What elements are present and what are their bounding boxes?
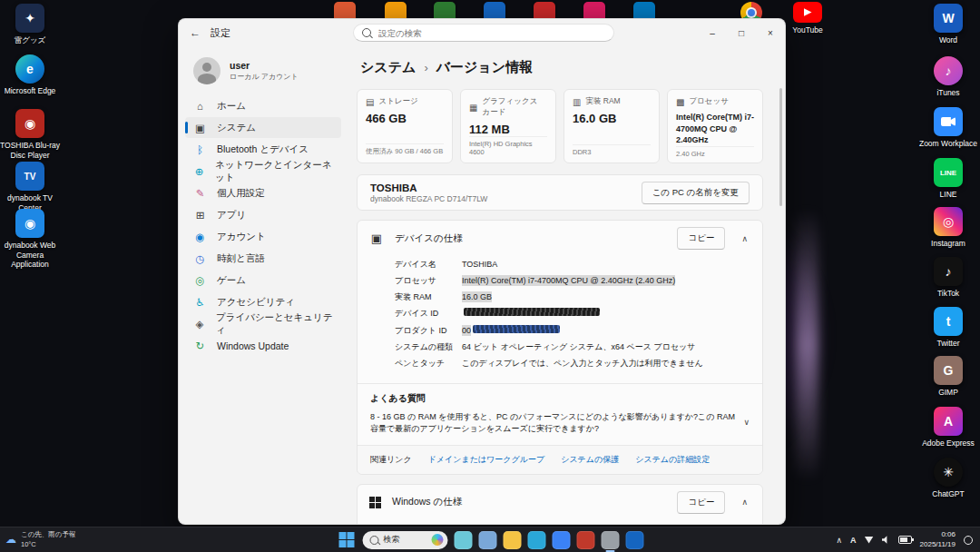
ime-indicator[interactable]: A [850, 536, 857, 545]
zoom-camera-glyph [941, 117, 956, 126]
maximize-icon: □ [739, 28, 744, 38]
link-advanced-system-settings[interactable]: システムの詳細設定 [635, 454, 710, 466]
sidebar-item-apps[interactable]: ⊞アプリ [185, 204, 341, 225]
taskbar-search[interactable]: 検索 [363, 531, 448, 549]
chevron-up-icon[interactable]: ∧ [738, 234, 751, 243]
device-specs-rows: デバイス名TOSHIBA プロセッサIntel(R) Core(TM) i7-4… [358, 256, 762, 383]
sidebar-item-label: ゲーム [217, 274, 246, 287]
start-button[interactable] [337, 530, 357, 550]
storage-icon: ▤ [366, 97, 374, 107]
sidebar-item-bluetooth-devices[interactable]: ᛒBluetooth とデバイス [185, 139, 341, 160]
device-specs-icon: ▣ [368, 232, 385, 245]
maximize-button[interactable]: □ [727, 19, 756, 46]
settings-search-box[interactable] [353, 24, 614, 42]
icon-glyph: TV [24, 172, 36, 182]
system-tray: ∧ A 0:06 2025/11/19 [836, 530, 973, 549]
desktop-icon-camera-app[interactable]: ◉ dynabook Web Camera Application [0, 209, 60, 270]
link-domain-workgroup[interactable]: ドメインまたはワークグループ [428, 454, 545, 466]
taskbar-copilot-icon[interactable] [455, 531, 473, 549]
related-links-label: 関連リンク [370, 454, 412, 466]
sidebar-item-gaming[interactable]: ◎ゲーム [185, 270, 341, 291]
notification-bell-icon[interactable] [964, 536, 973, 545]
sidebar-item-network-internet[interactable]: ⊕ネットワークとインターネット [185, 161, 341, 182]
spec-value: Intel(R) Core(TM) i7-4700MQ CPU @ 2.40GH… [462, 275, 675, 286]
desktop-icon-gimp[interactable]: G GIMP [918, 356, 978, 398]
desktop-icon-chatgpt[interactable]: ✳ ChatGPT [918, 458, 978, 499]
minimize-button[interactable]: – [698, 19, 727, 46]
desktop-icon-tv-center[interactable]: TV dynabook TV Center [0, 162, 60, 212]
breadcrumb-system[interactable]: システム [360, 59, 416, 76]
spec-label: 実装 RAM [395, 291, 462, 302]
link-system-protection[interactable]: システムの保護 [561, 454, 619, 466]
content-scrollbar[interactable] [779, 88, 782, 206]
wifi-icon[interactable] [865, 537, 874, 544]
sidebar-item-time-language[interactable]: ◷時刻と言語 [185, 248, 341, 269]
sidebar-item-privacy-security[interactable]: ◈プライバシーとセキュリティ [185, 313, 341, 334]
titlebar[interactable]: ← 設定 – □ × [179, 19, 785, 46]
desktop-icon-label: LINE [918, 190, 978, 200]
sidebar-item-accounts[interactable]: ◉アカウント [185, 226, 341, 247]
spec-label: デバイス名 [395, 259, 462, 270]
taskbar-weather-widget[interactable]: ☁ この先、雨の予報 10°C [5, 530, 76, 548]
spec-label: エディション [395, 523, 462, 524]
avatar [193, 57, 220, 84]
close-icon: × [768, 28, 773, 38]
card-subtext: 使用済み 90 GB / 466 GB [366, 143, 444, 156]
sidebar-item-windows-update[interactable]: ↻Windows Update [185, 335, 341, 356]
taskbar-task-view-icon[interactable] [479, 531, 497, 549]
desktop-icon-goods[interactable]: ✦ 雷グッズ [0, 4, 60, 45]
desktop-icon-itunes[interactable]: ♪ iTunes [918, 56, 978, 98]
desktop-icon-tiktok[interactable]: ♪ TikTok [918, 257, 978, 299]
desktop-icon-twitter[interactable]: t Twitter [918, 307, 978, 349]
spec-label: システムの種類 [395, 341, 462, 352]
battery-icon[interactable] [898, 536, 912, 544]
tray-expand-icon[interactable]: ∧ [836, 536, 842, 545]
back-button[interactable]: ← [183, 21, 207, 44]
desktop-icon-instagram[interactable]: ◎ Instagram [918, 207, 978, 249]
desktop-icon-line[interactable]: LINE LINE [918, 158, 978, 200]
sidebar-item-personalization[interactable]: ✎個人用設定 [185, 182, 341, 203]
window-title: 設定 [211, 26, 230, 40]
desktop-icon-bluray[interactable]: ◉ TOSHIBA Blu-ray Disc Player [0, 109, 60, 160]
device-specs-header[interactable]: ▣ デバイスの仕様 コピー ∧ [358, 221, 762, 256]
copy-button[interactable]: コピー [677, 491, 725, 514]
settings-search-input[interactable] [377, 27, 605, 39]
desktop-icon-youtube[interactable]: YouTube [779, 2, 837, 35]
icon-glyph: ✦ [24, 11, 35, 25]
home-icon: ⌂ [193, 101, 207, 112]
close-button[interactable]: × [756, 19, 785, 46]
taskbar-bluray-icon[interactable] [577, 531, 595, 549]
card-title: 実装 RAM [585, 96, 620, 107]
spec-row: プロセッサIntel(R) Core(TM) i7-4700MQ CPU @ 2… [395, 275, 751, 286]
desktop-icon-word[interactable]: W Word [918, 4, 978, 45]
account-type: ローカル アカウント [230, 72, 299, 82]
minimize-icon: – [710, 28, 715, 38]
search-icon [362, 28, 371, 37]
copy-button[interactable]: コピー [677, 227, 725, 250]
chevron-up-icon[interactable]: ∧ [738, 498, 751, 507]
account-summary[interactable]: user ローカル アカウント [179, 50, 348, 95]
sidebar-item-accessibility[interactable]: ♿アクセシビリティ [185, 291, 341, 312]
volume-icon[interactable] [882, 536, 890, 544]
desktop-icon-adobe-express[interactable]: A Adobe Express [918, 407, 978, 448]
taskbar-store-icon[interactable] [553, 531, 571, 549]
sidebar-item-label: プライバシーとセキュリティ [216, 311, 333, 337]
sidebar-item-system[interactable]: ▣システム [185, 117, 341, 138]
taskbar-edge-icon[interactable] [528, 531, 546, 549]
taskbar-settings-icon[interactable] [602, 531, 620, 549]
faq-question: 8 - 16 GB の RAM を使用すると、PC のパフォーマンスにどのような… [370, 411, 743, 436]
rename-pc-button[interactable]: この PC の名前を変更 [642, 182, 750, 204]
icon-glyph: ♪ [946, 64, 952, 78]
sidebar-item-home[interactable]: ⌂ホーム [185, 95, 341, 116]
taskbar-file-explorer-icon[interactable] [504, 531, 522, 549]
taskbar-tv-center-icon[interactable] [626, 531, 644, 549]
youtube-play-icon [804, 8, 812, 16]
windows-specs-header[interactable]: Windows の仕様 コピー ∧ [358, 485, 762, 520]
spec-label: プロダクト ID [395, 325, 462, 336]
chevron-down-icon[interactable]: ∨ [743, 411, 750, 427]
taskbar-clock[interactable]: 0:06 2025/11/19 [920, 530, 956, 549]
desktop-icon-zoom[interactable]: Zoom Workplace [918, 107, 978, 149]
desktop-icon-edge[interactable]: e Microsoft Edge [0, 54, 60, 96]
device-specs-section: ▣ デバイスの仕様 コピー ∧ デバイス名TOSHIBA プロセッサIntel(… [357, 220, 763, 475]
faq-item[interactable]: 8 - 16 GB の RAM を使用すると、PC のパフォーマンスにどのような… [370, 411, 750, 436]
